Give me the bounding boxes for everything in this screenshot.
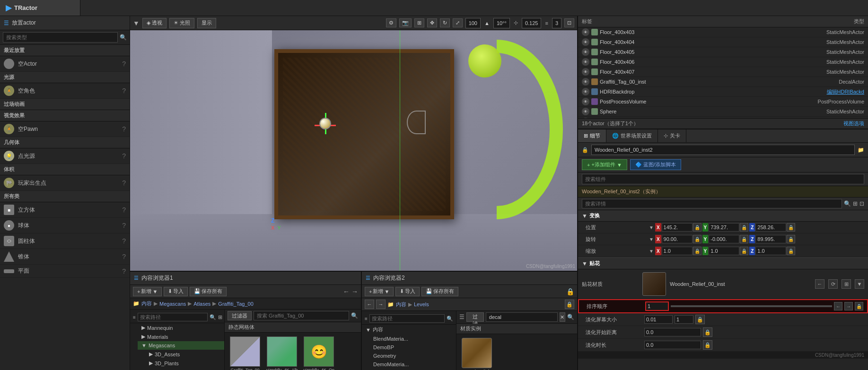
decal-material-thumb[interactable]	[642, 272, 666, 296]
point-light-help-icon[interactable]: ?	[122, 152, 126, 160]
cb2-home-icon[interactable]: 📁	[387, 301, 394, 308]
cb1-forward-icon[interactable]: →	[351, 288, 358, 295]
outliner-row-floor403[interactable]: 👁 Floor_400x403 StaticMeshActor	[578, 27, 868, 37]
tree-cb2-content[interactable]: ▼ 内容	[362, 325, 456, 335]
cb1-path-megascans[interactable]: Megascans	[159, 301, 186, 307]
vp-grid-icon[interactable]: ⊞	[414, 18, 424, 27]
fade-screen-lock[interactable]: 🔒	[695, 315, 705, 324]
eye-icon-graffiti-inst[interactable]: 👁	[582, 78, 589, 86]
asset-graffiti-tag[interactable]: Graffiti_Tag_00	[228, 336, 262, 370]
sort-order-plus[interactable]: →	[844, 302, 853, 310]
cb1-save-btn[interactable]: 💾 保存所有	[190, 287, 227, 296]
actor-item-player-start[interactable]: 🏁 玩家出生点 ?	[0, 175, 130, 191]
show-btn[interactable]: 显示	[197, 18, 216, 28]
cb2-path-input[interactable]	[369, 314, 445, 323]
tree-3d-plants[interactable]: ▶ 3D_Plants	[145, 359, 224, 368]
fade-start-input[interactable]	[644, 328, 701, 336]
eye-icon-floor405[interactable]: 👁	[582, 48, 589, 56]
eye-icon-hdri[interactable]: 👁	[582, 88, 589, 95]
outliner-row-hdri[interactable]: 👁 HDRIBackdrop 编辑HDRIBackd	[578, 87, 868, 97]
actor-item-sphere[interactable]: ● 球体 ?	[0, 218, 130, 233]
cb2-new-dropdown-icon[interactable]: ▼	[384, 289, 389, 294]
lighting-btn[interactable]: ☀ 光照	[169, 18, 194, 28]
material-wood-thumb[interactable]: Wood_Relief	[460, 338, 493, 370]
cb1-new-dropdown-icon[interactable]: ▼	[152, 289, 158, 294]
scale-z-lock[interactable]: 🔒	[787, 247, 795, 255]
outliner-row-floor404[interactable]: 👁 Floor_400x404 StaticMeshActor	[578, 37, 868, 47]
details-lock-icon[interactable]: 🔒	[582, 147, 588, 153]
eye-icon-floor403[interactable]: 👁	[582, 28, 589, 36]
scale-y-input[interactable]	[709, 247, 739, 255]
vp-rotate-icon[interactable]: ↻	[440, 18, 450, 27]
scale-z-input[interactable]	[755, 247, 786, 255]
rot-x-lock[interactable]: 🔒	[693, 235, 701, 243]
fade-screen-input2[interactable]	[675, 315, 693, 324]
cb2-import-btn[interactable]: ⬇ 导入	[395, 287, 420, 296]
empty-pawn-help-icon[interactable]: ?	[122, 125, 126, 133]
cb2-forward-btn[interactable]: →	[376, 300, 386, 309]
cb2-new-btn[interactable]: + 新增 ▼	[365, 287, 394, 296]
asset-albedo[interactable]: ujznddlv_4K_Albedo	[265, 336, 298, 370]
sort-order-input[interactable]	[645, 301, 669, 311]
tree-blend-material[interactable]: BlendMateria...	[369, 335, 456, 343]
rot-y-input[interactable]	[709, 235, 739, 243]
search-details-icon[interactable]: 🔍	[844, 200, 851, 207]
tree-atlases[interactable]: ▼ Atlases	[145, 368, 224, 370]
cb1-search-row[interactable]: ≡ 🔍 ⊞	[130, 311, 224, 323]
outliner-row-ppv[interactable]: 👁 PostProcessVolume PostProcessVolume	[578, 97, 868, 107]
actor-item-empty-pawn[interactable]: 🧍 空Pawn ?	[0, 121, 130, 137]
cb1-path-search-icon[interactable]: 🔍	[210, 314, 216, 320]
rot-z-lock[interactable]: 🔒	[787, 235, 795, 243]
sort-order-slider[interactable]	[671, 305, 832, 307]
cb1-filter-input[interactable]	[254, 311, 349, 320]
component-instance-item[interactable]: Wooden_Relief_00_inst2（实例）	[578, 186, 868, 198]
actor-item-empty-character[interactable]: 🧍 空角色 ?	[0, 83, 130, 99]
cb2-path-content[interactable]: 内容	[396, 301, 406, 308]
actor-item-plane[interactable]: 平面 ?	[0, 265, 130, 278]
decal-forward-btn[interactable]: ⟳	[828, 279, 838, 289]
decal-section-header[interactable]: ▼ 贴花	[578, 257, 868, 269]
tab-level[interactable]: ⊹ 关卡	[658, 129, 686, 142]
eye-icon-floor406[interactable]: 👁	[582, 58, 589, 66]
cb2-filter-icon[interactable]: ☰	[459, 314, 465, 320]
tree-megascans[interactable]: ▼ Megascans	[138, 341, 224, 350]
rotate-handle[interactable]	[407, 111, 426, 134]
tab-details[interactable]: ⊞ 细节	[578, 129, 606, 142]
actor-item-empty-actor[interactable]: 空Actor ?	[0, 56, 130, 72]
player-start-help-icon[interactable]: ?	[122, 179, 126, 187]
cb2-path-search-icon[interactable]: 🔍	[447, 316, 453, 322]
actor-item-cylinder[interactable]: ⬭ 圆柱体 ?	[0, 233, 130, 249]
cb2-filter-btn[interactable]: 过滤器	[466, 312, 484, 322]
actor-item-point-light[interactable]: 💡 点光源 ?	[0, 148, 130, 164]
cb1-filter-btn[interactable]: 过滤器	[228, 311, 252, 320]
search-icon[interactable]: 🔍	[120, 34, 127, 41]
pos-x-lock[interactable]: 🔒	[693, 223, 701, 232]
search-details-input[interactable]	[582, 199, 842, 208]
tab-world-settings[interactable]: 🌐 世界场景设置	[606, 129, 658, 142]
cb1-home-icon[interactable]: 📁	[133, 301, 140, 307]
cb1-new-btn[interactable]: + 新增 ▼	[133, 287, 162, 296]
scale-y-lock[interactable]: 🔒	[740, 247, 748, 255]
fade-screen-input[interactable]	[644, 315, 673, 324]
tree-materials[interactable]: ▶ Materials	[138, 332, 224, 341]
vp-camera-icon[interactable]: 📷	[399, 18, 412, 27]
details-browse-icon[interactable]: 📁	[858, 147, 864, 153]
transform-section-header[interactable]: ▼ 变换	[578, 210, 868, 222]
viewport[interactable]: Z X Y CSDN@tangfuling1991	[130, 30, 577, 271]
cb2-filter-clear-btn[interactable]: ✕	[560, 312, 565, 322]
plane-help-icon[interactable]: ?	[122, 267, 126, 275]
outliner-row-floor406[interactable]: 👁 Floor_400x406 StaticMeshActor	[578, 57, 868, 67]
actor-search-input[interactable]	[3, 32, 118, 43]
details-expand-icon[interactable]: ⊡	[859, 200, 864, 207]
eye-icon-floor407[interactable]: 👁	[582, 68, 589, 76]
actor-type-hdri[interactable]: 编辑HDRIBackd	[779, 88, 864, 95]
cb1-filter-search-icon[interactable]: 🔍	[351, 312, 358, 319]
cb2-lock-icon[interactable]: 🔒	[566, 288, 574, 295]
actor-search-row[interactable]: 🔍	[0, 30, 130, 45]
fade-duration-input[interactable]	[644, 341, 701, 349]
decal-dropdown-btn[interactable]: ▼	[855, 279, 864, 289]
outliner-row-floor407[interactable]: 👁 Floor_400x407 StaticMeshActor	[578, 67, 868, 77]
cube-help-icon[interactable]: ?	[122, 206, 126, 214]
viewport-menu-icon[interactable]: ▼	[133, 19, 140, 27]
tree-mannequin[interactable]: ▶ Mannequin	[138, 323, 224, 332]
